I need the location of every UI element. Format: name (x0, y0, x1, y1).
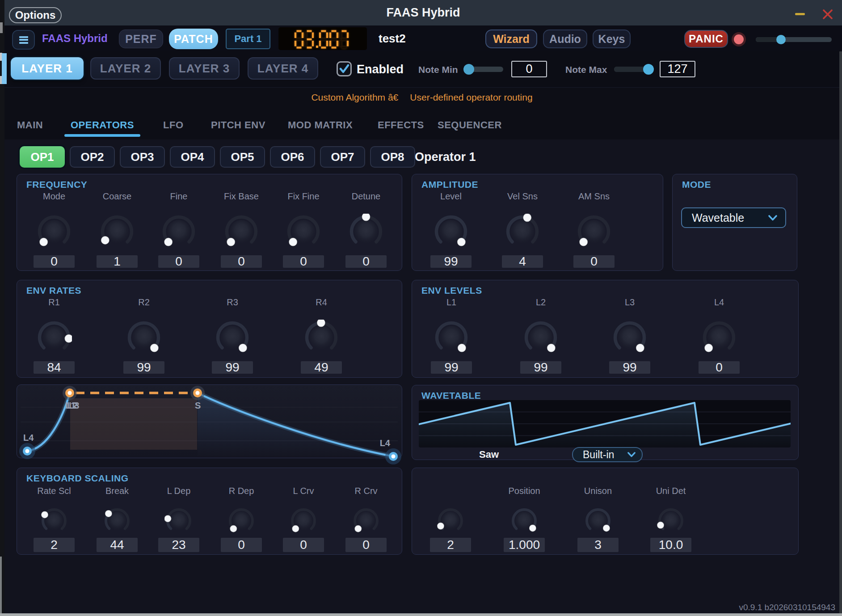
tab-main[interactable]: MAIN (17, 114, 43, 137)
wavetable-source-dropdown[interactable]: Built-in (572, 447, 643, 462)
knob-value-env-rates-r4[interactable]: 49 (301, 361, 342, 374)
keys-button[interactable]: Keys (593, 30, 631, 48)
knob-env-rates-r4[interactable] (303, 320, 339, 355)
knob-value-frequency-fix-fine[interactable]: 0 (283, 255, 324, 268)
knob-frequency-fix-fine[interactable] (286, 214, 321, 249)
knob-value-amplitude-am-sns[interactable]: 0 (573, 255, 615, 268)
knob-frequency-fix-base[interactable] (223, 214, 259, 249)
audio-button[interactable]: Audio (543, 30, 587, 48)
knob-value-frequency-coarse[interactable]: 1 (97, 255, 138, 268)
volume-slider[interactable] (756, 37, 832, 42)
hamburger-icon (19, 36, 28, 44)
knob-value-env-rates-r2[interactable]: 99 (123, 361, 164, 374)
knob-frequency-detune[interactable] (348, 214, 384, 249)
window-title: FAAS Hybrid (4, 0, 842, 25)
knob-value-oscillator-knob0[interactable]: 2 (430, 538, 471, 552)
knob-value-frequency-fine[interactable]: 0 (158, 255, 199, 268)
knob-env-levels-l4[interactable] (701, 320, 737, 355)
layer-tab-3[interactable]: LAYER 3 (169, 57, 240, 80)
knob-frequency-fine[interactable] (161, 214, 197, 249)
knob-oscillator-knob0[interactable] (436, 506, 465, 535)
layer-tab-4[interactable]: LAYER 4 (248, 57, 318, 80)
op-button-3[interactable]: OP3 (120, 146, 165, 168)
tab-mod-matrix[interactable]: MOD MATRIX (288, 114, 353, 137)
knob-value-env-levels-l4[interactable]: 0 (699, 361, 740, 374)
minimize-icon[interactable] (795, 13, 805, 15)
knob-value-keyboard-r-dep[interactable]: 0 (221, 538, 262, 552)
note-min-thumb[interactable] (463, 64, 474, 75)
knob-amplitude-vel-sns[interactable] (505, 214, 540, 249)
tab-operators[interactable]: OPERATORS (71, 114, 134, 137)
knob-env-levels-l2[interactable] (523, 320, 559, 355)
knob-value-keyboard-rate-scl[interactable]: 2 (34, 538, 75, 552)
knob-value-amplitude-level[interactable]: 99 (430, 255, 472, 268)
knob-value-oscillator-unison[interactable]: 3 (577, 538, 619, 552)
panic-button[interactable]: PANIC (684, 30, 728, 48)
knob-value-frequency-detune[interactable]: 0 (345, 255, 387, 268)
knob-frequency-coarse[interactable] (99, 214, 135, 249)
knob-value-keyboard-break[interactable]: 44 (97, 538, 138, 552)
perf-button[interactable]: PERF (119, 30, 163, 48)
op-button-4[interactable]: OP4 (170, 146, 215, 168)
layer-tab-1[interactable]: LAYER 1 (11, 57, 84, 80)
knob-env-rates-r2[interactable] (126, 320, 162, 355)
knob-env-levels-l1[interactable] (434, 320, 469, 355)
knob-frequency-mode[interactable] (36, 214, 72, 249)
patch-button[interactable]: PATCH (169, 29, 218, 49)
envelope-graph[interactable]: L4L1L2L3SL4 (17, 385, 401, 457)
knob-value-oscillator-position[interactable]: 1.000 (504, 538, 545, 552)
note-max-value[interactable]: 127 (660, 61, 695, 77)
menu-icon[interactable] (12, 30, 35, 50)
op-button-8[interactable]: OP8 (370, 146, 415, 168)
knob-value-keyboard-l-dep[interactable]: 23 (158, 538, 199, 552)
knob-env-rates-r1[interactable] (36, 320, 72, 355)
knob-keyboard-break[interactable] (103, 506, 131, 535)
options-button[interactable]: Options (9, 7, 62, 23)
layer-tab-2[interactable]: LAYER 2 (90, 57, 161, 80)
op-button-1[interactable]: OP1 (20, 146, 65, 168)
knob-keyboard-l-crv[interactable] (289, 506, 318, 535)
knob-value-keyboard-l-crv[interactable]: 0 (283, 538, 324, 552)
knob-keyboard-r-dep[interactable] (227, 506, 256, 535)
knob-oscillator-unison[interactable] (584, 506, 612, 535)
knob-env-rates-r3[interactable] (215, 320, 250, 355)
close-icon[interactable] (823, 9, 833, 19)
knob-value-env-levels-l3[interactable]: 99 (609, 361, 650, 374)
knob-oscillator-uni-det[interactable] (657, 506, 685, 535)
knob-amplitude-am-sns[interactable] (576, 214, 612, 249)
mode-dropdown[interactable]: Wavetable (681, 207, 786, 228)
wizard-button[interactable]: Wizard (485, 30, 537, 48)
knob-env-levels-l3[interactable] (612, 320, 648, 355)
knob-value-amplitude-vel-sns[interactable]: 4 (502, 255, 543, 268)
knob-value-env-rates-r1[interactable]: 84 (34, 361, 75, 374)
tab-pitch-env[interactable]: PITCH ENV (211, 114, 265, 137)
knob-value-env-levels-l1[interactable]: 99 (431, 361, 472, 374)
knob-value-env-levels-l2[interactable]: 99 (520, 361, 561, 374)
enabled-checkbox[interactable] (337, 61, 352, 76)
op-button-7[interactable]: OP7 (320, 146, 365, 168)
knob-keyboard-l-dep[interactable] (164, 506, 193, 535)
note-min-value[interactable]: 0 (511, 61, 547, 77)
tab-effects[interactable]: EFFECTS (378, 114, 424, 137)
record-led[interactable] (734, 34, 744, 44)
tab-lfo[interactable]: LFO (163, 114, 184, 137)
knob-value-oscillator-uni-det[interactable]: 10.0 (650, 538, 691, 552)
op-button-2[interactable]: OP2 (70, 146, 115, 168)
op-button-5[interactable]: OP5 (220, 146, 265, 168)
note-max-thumb[interactable] (643, 64, 654, 75)
knob-amplitude-level[interactable] (433, 214, 469, 249)
knob-oscillator-position[interactable] (510, 506, 539, 535)
tab-sequencer[interactable]: SEQUENCER (438, 114, 502, 137)
knob-value-keyboard-r-crv[interactable]: 0 (345, 538, 387, 552)
knob-value-env-rates-r3[interactable]: 99 (212, 361, 253, 374)
knob-value-frequency-fix-base[interactable]: 0 (221, 255, 262, 268)
note-max-slider[interactable] (614, 67, 654, 72)
part-button[interactable]: Part 1 (226, 29, 270, 49)
volume-thumb[interactable] (776, 35, 786, 44)
knob-value-frequency-mode[interactable]: 0 (34, 255, 75, 268)
knob-keyboard-r-crv[interactable] (352, 506, 380, 535)
note-min-slider[interactable] (463, 67, 503, 72)
op-button-6[interactable]: OP6 (270, 146, 315, 168)
knob-graphic (436, 506, 465, 535)
knob-keyboard-rate-scl[interactable] (40, 506, 68, 535)
